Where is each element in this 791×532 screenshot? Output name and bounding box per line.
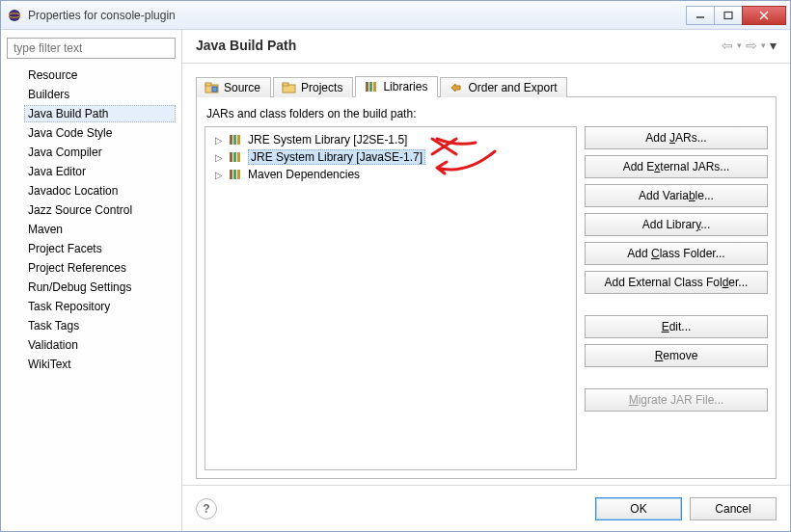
svg-rect-18 (233, 152, 236, 162)
button-column: Add JARs... Add External JARs... Add Var… (585, 126, 768, 470)
expand-icon[interactable]: ▷ (215, 135, 225, 146)
ok-button[interactable]: OK (595, 497, 682, 520)
order-export-icon (449, 81, 464, 94)
build-path-label: JARs and class folders on the build path… (206, 107, 768, 120)
titlebar: Properties for console-plugin (1, 1, 790, 30)
migrate-jar-button: Migrate JAR File... (585, 388, 768, 412)
nav-item-run-debug-settings[interactable]: Run/Debug Settings (24, 279, 176, 296)
tree-item-jre-j2se15[interactable]: ▷ JRE System Library [J2SE-1.5] (213, 132, 574, 147)
window-title: Properties for console-plugin (28, 9, 687, 22)
tab-libraries[interactable]: Libraries (355, 76, 438, 97)
nav-item-validation[interactable]: Validation (24, 336, 176, 354)
add-external-jars-button[interactable]: Add External JARs... (585, 155, 768, 178)
tree-item-label: JRE System Library [JavaSE-1.7] (248, 149, 425, 165)
expand-icon[interactable]: ▷ (215, 152, 225, 163)
nav-item-javadoc-location[interactable]: Javadoc Location (24, 182, 176, 200)
nav-list: Resource Builders Java Build Path Java C… (7, 66, 176, 373)
eclipse-icon (7, 8, 22, 23)
nav-item-task-tags[interactable]: Task Tags (24, 317, 176, 334)
edit-button[interactable]: Edit... (585, 315, 768, 338)
tree-item-maven-deps[interactable]: ▷ Maven Dependencies (213, 167, 574, 182)
svg-rect-20 (230, 170, 232, 179)
libraries-tree[interactable]: ▷ JRE System Library [J2SE-1.5] ▷ JRE Sy… (205, 126, 577, 470)
help-button[interactable]: ? (196, 498, 217, 519)
forward-menu-icon[interactable]: ▾ (761, 40, 766, 50)
nav-item-java-build-path[interactable]: Java Build Path (24, 105, 176, 122)
svg-rect-22 (237, 170, 240, 179)
minimize-button[interactable] (686, 6, 715, 25)
add-jars-button[interactable]: Add JARs... (585, 126, 768, 149)
tab-bar: Source Projects Libraries Order and Expo… (196, 73, 777, 96)
forward-icon[interactable]: ⇨ (746, 38, 757, 53)
tab-projects[interactable]: Projects (273, 77, 353, 97)
tab-label: Order and Export (468, 81, 557, 94)
remove-button[interactable]: Remove (585, 344, 768, 367)
library-icon (229, 150, 244, 164)
view-menu-icon[interactable]: ▾ (770, 38, 777, 53)
svg-rect-3 (724, 12, 732, 18)
page-nav-arrows: ⇦▾ ⇨▾ ▾ (722, 38, 777, 53)
library-icon (229, 133, 244, 146)
nav-item-jazz-source-control[interactable]: Jazz Source Control (24, 201, 176, 219)
back-menu-icon[interactable]: ▾ (737, 40, 742, 50)
svg-rect-21 (233, 170, 236, 179)
svg-rect-17 (230, 152, 232, 162)
svg-rect-15 (233, 135, 236, 145)
add-external-class-folder-button[interactable]: Add External Class Folder... (585, 271, 768, 294)
tree-item-label: JRE System Library [J2SE-1.5] (248, 133, 407, 146)
cancel-button[interactable]: Cancel (690, 497, 777, 520)
libraries-panel: JARs and class folders on the build path… (196, 96, 777, 479)
library-icon (364, 80, 379, 93)
nav-item-wikitext[interactable]: WikiText (24, 356, 176, 373)
svg-rect-12 (369, 82, 372, 92)
close-button[interactable] (742, 6, 786, 25)
nav-item-project-references[interactable]: Project References (24, 259, 176, 277)
svg-point-0 (9, 10, 20, 21)
tab-label: Projects (301, 81, 342, 94)
svg-rect-7 (205, 83, 211, 86)
tab-source[interactable]: Source (196, 77, 271, 97)
nav-item-java-editor[interactable]: Java Editor (24, 163, 176, 180)
source-folder-icon (205, 81, 220, 94)
filter-input[interactable] (7, 38, 176, 59)
dialog-footer: ? OK Cancel (182, 485, 790, 531)
nav-item-java-code-style[interactable]: Java Code Style (24, 124, 176, 142)
add-variable-button[interactable]: Add Variable... (585, 184, 768, 207)
tree-item-jre-javase17[interactable]: ▷ JRE System Library [JavaSE-1.7] (213, 148, 574, 166)
window-controls (687, 6, 786, 25)
back-icon[interactable]: ⇦ (722, 38, 733, 53)
tree-item-label: Maven Dependencies (248, 168, 360, 181)
nav-item-java-compiler[interactable]: Java Compiler (24, 144, 176, 161)
tab-label: Libraries (383, 80, 427, 93)
nav-pane: Resource Builders Java Build Path Java C… (1, 30, 182, 531)
nav-item-project-facets[interactable]: Project Facets (24, 240, 176, 257)
tab-label: Source (224, 81, 260, 94)
svg-rect-13 (373, 82, 376, 92)
page-header: Java Build Path ⇦▾ ⇨▾ ▾ (182, 30, 790, 64)
tab-order-export[interactable]: Order and Export (440, 77, 567, 97)
svg-rect-16 (237, 135, 240, 145)
svg-rect-10 (283, 83, 288, 86)
page-title: Java Build Path (196, 38, 722, 53)
nav-item-resource[interactable]: Resource (24, 66, 176, 84)
add-library-button[interactable]: Add Library... (585, 213, 768, 236)
svg-rect-11 (366, 82, 368, 92)
svg-rect-19 (237, 152, 240, 162)
maximize-button[interactable] (714, 6, 743, 25)
dialog-window: Properties for console-plugin Resource B… (0, 0, 791, 532)
library-icon (229, 168, 244, 181)
nav-item-task-repository[interactable]: Task Repository (24, 298, 176, 315)
nav-item-builders[interactable]: Builders (24, 86, 176, 103)
content-pane: Java Build Path ⇦▾ ⇨▾ ▾ Source Projects (182, 30, 790, 531)
nav-item-maven[interactable]: Maven (24, 221, 176, 238)
svg-rect-8 (212, 87, 217, 92)
expand-icon[interactable]: ▷ (215, 170, 225, 180)
svg-rect-14 (230, 135, 232, 145)
projects-folder-icon (282, 81, 297, 94)
add-class-folder-button[interactable]: Add Class Folder... (585, 242, 768, 265)
